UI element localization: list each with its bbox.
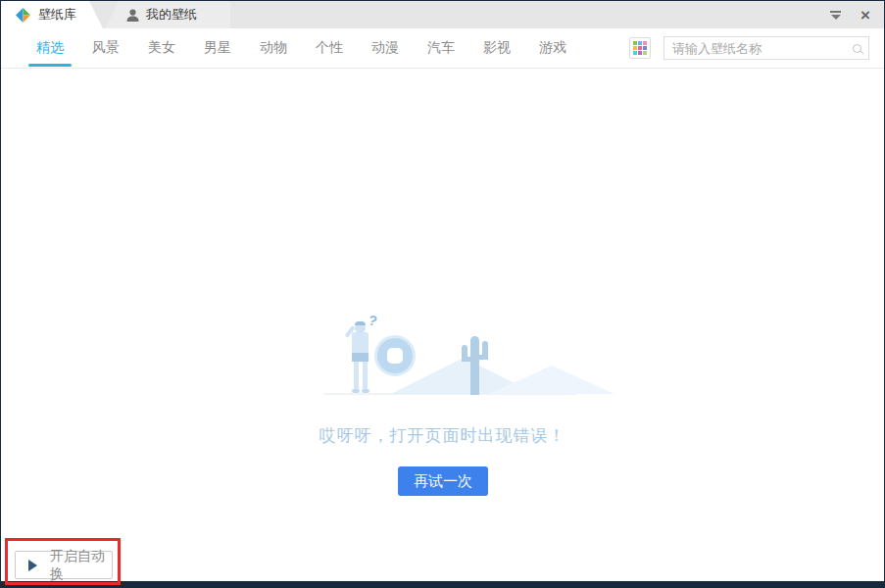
- auto-change-button[interactable]: 开启自动换: [15, 551, 113, 579]
- tab-my-wallpapers[interactable]: 我的壁纸: [105, 1, 230, 28]
- nav-tab-cars[interactable]: 汽车: [424, 28, 458, 68]
- main-content: ? 哎呀呀，打开页面时出现错误！ 再试一次 系统之家 上传壁纸: [1, 70, 884, 581]
- close-icon[interactable]: ×: [860, 7, 870, 24]
- nav-tab-anime[interactable]: 动漫: [369, 28, 402, 68]
- window-controls: ×: [830, 1, 870, 28]
- question-mark-glyph: ?: [367, 312, 378, 329]
- wallpaper-app-window: 壁纸库 我的壁纸 × 精选 风景 美女 男星 动物 个性 动漫 汽车 影视 游戏: [0, 0, 885, 588]
- error-message: 哎呀呀，打开页面时出现错误！: [1, 424, 884, 447]
- nav-tab-movies[interactable]: 影视: [480, 28, 514, 68]
- auto-change-label: 开启自动换: [50, 548, 112, 583]
- titlebar: 壁纸库 我的壁纸 ×: [1, 1, 884, 28]
- app-logo-icon: [15, 7, 31, 24]
- play-icon: [28, 560, 37, 571]
- nav-tab-animals[interactable]: 动物: [257, 28, 290, 68]
- search-icon[interactable]: [853, 44, 861, 53]
- mountain-illustration: [489, 366, 615, 394]
- navbar-right-tools: [629, 36, 869, 60]
- search-input[interactable]: [664, 41, 853, 56]
- nav-tab-scenery[interactable]: 风景: [89, 28, 123, 68]
- nav-tab-games[interactable]: 游戏: [536, 28, 569, 68]
- nav-tab-featured[interactable]: 精选: [33, 28, 67, 68]
- window-bottom-border: [1, 581, 884, 588]
- tab-wallpaper-library[interactable]: 壁纸库: [1, 1, 103, 28]
- nav-tab-male-stars[interactable]: 男星: [201, 28, 234, 68]
- retry-button[interactable]: 再试一次: [398, 466, 488, 496]
- nav-tab-personality[interactable]: 个性: [313, 28, 346, 68]
- nav-tab-beauty[interactable]: 美女: [145, 28, 178, 68]
- category-navbar: 精选 风景 美女 男星 动物 个性 动漫 汽车 影视 游戏: [1, 28, 884, 69]
- lifebuoy-illustration: [374, 335, 416, 376]
- tab-wallpaper-library-label: 壁纸库: [38, 6, 76, 24]
- search-box: [664, 36, 869, 60]
- tab-my-wallpapers-label: 我的壁纸: [146, 6, 197, 24]
- minimize-menu-icon[interactable]: [830, 11, 841, 20]
- user-icon: [126, 9, 139, 22]
- category-grid-icon[interactable]: [629, 37, 651, 59]
